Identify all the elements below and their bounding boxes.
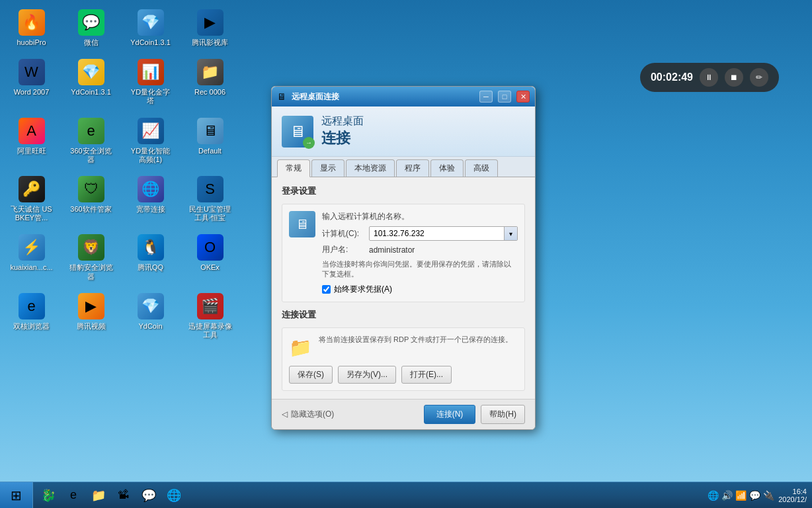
desktop-icon-ydcoin2[interactable]: 💎 YdCoin (126, 290, 175, 342)
icon-label-safebrow: 猎豹安全浏览器 (69, 263, 113, 280)
taskbar-icon[interactable]: 💬 (137, 484, 161, 507)
computer-input[interactable]: 101.32.76.232 ▾ (369, 226, 518, 241)
taskbar-icon[interactable]: e (61, 484, 85, 507)
taskbar-icon[interactable]: 📽 (112, 484, 136, 507)
login-hint: 输入远程计算机的名称。 (322, 211, 518, 222)
icon-label-360browser: 360安全浏览器 (69, 147, 113, 164)
tab-程序[interactable]: 程序 (396, 159, 429, 177)
icon-label-rec0006: Rec 0006 (194, 88, 225, 97)
close-button[interactable]: ✕ (516, 91, 530, 103)
dialog-main-title: 连接 (321, 128, 364, 148)
always-ask-checkbox[interactable] (322, 285, 331, 294)
icon-label-iebrow: 双核浏览器 (13, 322, 50, 331)
dialog-footer: ◁ 隐藏选项(O) 连接(N) 帮助(H) (272, 399, 535, 429)
dialog-header: 🖥 → 远程桌面 连接 (272, 106, 535, 157)
icon-img-iebrow: e (19, 293, 45, 319)
taskbar-icon[interactable]: 🌐 (162, 484, 186, 507)
icon-img-qq: 🐧 (138, 234, 164, 261)
save-rdp-button[interactable]: 保存(S) (289, 366, 333, 384)
desktop-icon-ydcoin132[interactable]: 💎 YdCoin1.3.1 (66, 56, 116, 108)
taskbar-icons: 🐉e📁📽💬🌐 (33, 484, 702, 507)
network-icon[interactable]: 🌐 (708, 490, 719, 501)
desktop-icon-okex[interactable]: O OKEx (185, 232, 235, 283)
recording-time: 00:02:49 (651, 71, 693, 83)
minimize-button[interactable]: ─ (479, 91, 493, 103)
dialog-body: 登录设置 🖥 输入远程计算机的名称。 计算机(C): 101.32.76.232… (272, 177, 535, 399)
icon-img-rec0006: 📁 (197, 59, 223, 85)
dialog-titlebar: 🖥 远程桌面连接 ─ □ ✕ (272, 87, 535, 106)
desktop-icon-qq[interactable]: 🐧 腾讯QQ (126, 232, 175, 283)
desktop-icon-broadband[interactable]: 🌐 宽带连接 (126, 173, 175, 225)
msg-icon[interactable]: 💬 (749, 490, 760, 501)
tab-显示[interactable]: 显示 (311, 159, 345, 177)
icon-img-huobipro: 🔥 (19, 9, 45, 36)
desktop-icon-minsheng[interactable]: S 民生U宝管理工具·恒宝 (185, 173, 235, 225)
desktop-icon-kuaix[interactable]: ⚡ kuaixian...c... (7, 232, 56, 283)
usb-icon[interactable]: 🔌 (763, 490, 774, 501)
username-value: administrator (369, 245, 415, 255)
desktop-icon-txvideo-top[interactable]: ▶ 腾讯影视库 (185, 7, 235, 50)
battery-icon[interactable]: 📶 (735, 490, 747, 501)
saveas-rdp-button[interactable]: 另存为(V)... (338, 366, 396, 384)
dropdown-arrow[interactable]: ▾ (504, 227, 517, 240)
icon-img-txvideo2: ▶ (78, 293, 104, 319)
desktop: 🔥 huobiPro 💬 微信 💎 YdCoin1.3.1 ▶ 腾讯影视库 W … (0, 0, 812, 482)
desktop-icon-360browser[interactable]: e 360安全浏览器 (66, 115, 116, 167)
icon-label-ydcoin2: YdCoin (138, 322, 162, 331)
tab-常规[interactable]: 常规 (277, 159, 310, 177)
tab-本地资源[interactable]: 本地资源 (346, 159, 395, 177)
dialog-subtitle: 远程桌面 (321, 114, 364, 128)
connect-section: 📁 将当前连接设置保存到 RDP 文件或打开一个已保存的连接。 保存(S) 另存… (282, 327, 525, 391)
icon-label-screenrec: 迅捷屏幕录像工具 (188, 322, 232, 339)
tab-高级[interactable]: 高级 (465, 159, 498, 177)
desktop-icon-aliwangwang[interactable]: A 阿里旺旺 (7, 115, 56, 167)
icon-img-txvideo-top: ▶ (197, 9, 223, 36)
taskbar-icon[interactable]: 🐉 (36, 484, 60, 507)
icon-img-feitianc: 🔑 (19, 176, 45, 202)
icon-img-360browser: e (78, 118, 104, 144)
icon-label-word2007: Word 2007 (14, 88, 50, 97)
help-button[interactable]: 帮助(H) (481, 405, 525, 424)
volume-icon[interactable]: 🔊 (721, 490, 733, 501)
desktop-icon-safebrow[interactable]: 🦁 猎豹安全浏览器 (66, 232, 116, 283)
desktop-icon-ydcoin131[interactable]: 💎 YdCoin1.3.1 (126, 7, 175, 50)
icon-img-broadband: 🌐 (138, 176, 164, 202)
hide-options-button[interactable]: ◁ 隐藏选项(O) (282, 409, 334, 420)
taskbar: ⊞ 🐉e📁📽💬🌐 🌐 🔊 📶 💬 🔌 16:4 2020/12/ (0, 482, 812, 508)
start-button[interactable]: ⊞ (0, 482, 33, 509)
recording-badge: 00:02:49 ⏸ ⏹ ✏ (640, 63, 779, 92)
icon-label-aliwangwang: 阿里旺旺 (17, 147, 46, 155)
desktop-icon-wechat[interactable]: 💬 微信 (66, 7, 116, 50)
pause-button[interactable]: ⏸ (700, 68, 718, 87)
desktop-icon-ydhua[interactable]: 📊 YD量化金字塔 (126, 56, 175, 108)
computer-value: 101.32.76.232 (370, 228, 504, 239)
hide-options-label: 隐藏选项(O) (291, 409, 334, 420)
icon-img-ydcoin131: 💎 (138, 9, 164, 36)
username-label: 用户名: (322, 244, 365, 255)
tab-体验[interactable]: 体验 (430, 159, 464, 177)
credentials-hint: 当你连接时将向你询问凭据。要使用保存的凭据，请清除以下复选框。 (322, 259, 518, 280)
icon-label-txvideo2: 腾讯视频 (77, 322, 106, 331)
chevron-left-icon: ◁ (282, 409, 288, 419)
desktop-icon-word2007[interactable]: W Word 2007 (7, 56, 56, 108)
desktop-icon-ydintel[interactable]: 📈 YD量化智能高频(1) (126, 115, 175, 167)
desktop-icon-rec0006[interactable]: 📁 Rec 0006 (185, 56, 235, 108)
icon-label-feitianc: 飞天诚信 USBKEY管... (9, 205, 54, 222)
desktop-icon-screenrec[interactable]: 🎬 迅捷屏幕录像工具 (185, 290, 235, 342)
desktop-icon-iebrow[interactable]: e 双核浏览器 (7, 290, 56, 342)
icon-img-okex: O (197, 234, 223, 261)
open-rdp-button[interactable]: 打开(E)... (401, 366, 452, 384)
icon-label-kuaix: kuaixian...c... (10, 263, 52, 272)
connect-button[interactable]: 连接(N) (424, 405, 476, 424)
taskbar-icon[interactable]: 📁 (87, 484, 110, 507)
maximize-button[interactable]: □ (498, 91, 511, 103)
connect-section-title: 连接设置 (282, 309, 525, 321)
edit-button[interactable]: ✏ (750, 68, 768, 87)
stop-button[interactable]: ⏹ (725, 68, 743, 87)
desktop-icon-default[interactable]: 🖥 Default (185, 115, 235, 167)
desktop-icon-huobipro[interactable]: 🔥 huobiPro (7, 7, 56, 50)
desktop-icon-s360[interactable]: 🛡 360软件管家 (66, 173, 116, 225)
computer-label: 计算机(C): (322, 228, 365, 239)
desktop-icon-txvideo2[interactable]: ▶ 腾讯视频 (66, 290, 116, 342)
desktop-icon-feitianc[interactable]: 🔑 飞天诚信 USBKEY管... (7, 173, 56, 225)
